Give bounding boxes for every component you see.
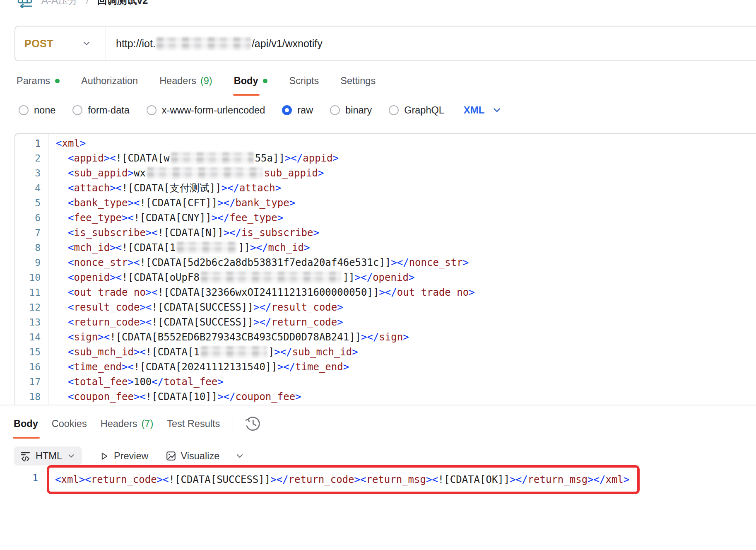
tab-count-badge: (7)	[141, 418, 153, 429]
line-number: 8	[15, 242, 41, 253]
code-token: time_end	[74, 361, 122, 373]
line-number: 9	[15, 257, 41, 268]
tab-params[interactable]: Params	[17, 75, 60, 87]
body-type-binary[interactable]: binary	[330, 105, 372, 116]
code-token: <	[68, 227, 74, 239]
code-token: ![CDATA[32366wxOI241112131600000050]]	[158, 287, 379, 298]
line-number: 10	[15, 272, 41, 283]
tab-settings[interactable]: Settings	[340, 75, 376, 87]
code-token: ></	[274, 346, 292, 358]
code-token: ><	[122, 212, 134, 224]
response-tab-cookies[interactable]: Cookies	[52, 417, 87, 430]
code-token: ></	[587, 474, 605, 485]
code-token: openid	[74, 272, 110, 283]
language-label: XML	[464, 104, 485, 116]
method-dropdown[interactable]: POST	[15, 27, 106, 60]
code-token: ![CDATA[SUCCESS]]	[152, 302, 253, 313]
body-type-x-www-form-urlencoded[interactable]: x-www-form-urlencoded	[147, 105, 265, 116]
chevron-down-icon	[67, 451, 76, 461]
radio-icon	[330, 105, 340, 115]
code-token: sub_appid	[74, 167, 128, 179]
redacted-text	[177, 242, 237, 253]
code-token: >	[403, 331, 409, 343]
code-token: attach	[74, 182, 110, 194]
preview-label: Preview	[114, 451, 149, 462]
response-format-dropdown[interactable]: HTML	[14, 446, 82, 466]
redacted-text	[147, 167, 263, 179]
body-type-graphql[interactable]: GraphQL	[389, 105, 444, 116]
code-token: ></	[253, 302, 271, 313]
code-token: ![CDATA[支付测试]]	[122, 182, 222, 194]
code-token: result_code	[74, 302, 140, 313]
body-type-form-data[interactable]: form-data	[72, 105, 130, 116]
response-tab-test-results[interactable]: Test Results	[167, 417, 220, 430]
code-token: >	[128, 376, 134, 388]
code-token: ![CDATA[1	[146, 346, 200, 358]
visualize-button[interactable]: Visualize	[166, 451, 220, 462]
history-button[interactable]	[243, 415, 261, 433]
code-token: ![CDATA[w	[116, 152, 170, 164]
code-line-text: <fee_type><![CDATA[CNY]]></fee_type>	[56, 210, 283, 225]
code-token: ></	[510, 474, 527, 485]
code-token: out_trade_no	[74, 287, 145, 298]
more-options-chevron[interactable]	[235, 451, 245, 461]
chevron-down-icon	[235, 451, 245, 461]
request-url-bar: POST http://iot. /api/v1/wxnotify	[14, 26, 756, 61]
request-body-editor[interactable]: 1<xml>2<appid><![CDATA[w55a]]></appid>3<…	[14, 133, 756, 405]
url-prefix: http://iot.	[116, 38, 156, 50]
line-number: 18	[15, 391, 41, 402]
code-token: bank_type	[74, 197, 128, 209]
tab-label: Test Results	[167, 417, 220, 430]
breadcrumb-parent[interactable]: A-A压分	[41, 0, 78, 7]
code-token: ![CDATA[5d2b6c2a8db53831f7eda20af46e531c…	[140, 257, 391, 268]
code-line-text: <is_subscribe><![CDATA[N]]></is_subscrib…	[56, 225, 319, 240]
body-type-none[interactable]: none	[19, 105, 55, 116]
code-line-text: <attach><![CDATA[支付测试]]></attach>	[56, 181, 281, 195]
code-token: ><	[157, 474, 169, 485]
code-token: >	[624, 474, 629, 485]
code-token: </	[152, 376, 164, 388]
language-dropdown[interactable]: XML	[464, 104, 502, 116]
code-token: ]]	[238, 242, 250, 253]
code-token: attach	[239, 182, 275, 194]
editor-lines: 1<xml>2<appid><![CDATA[w55a]]></appid>3<…	[15, 136, 756, 404]
url-input[interactable]: http://iot. /api/v1/wxnotify	[116, 37, 323, 50]
divider	[233, 417, 233, 430]
tab-label: Body	[14, 417, 38, 430]
tab-headers[interactable]: Headers(9)	[159, 75, 212, 87]
code-token: fee_type	[74, 212, 122, 224]
code-token: <	[55, 474, 61, 485]
response-tabs: BodyCookiesHeaders(7)Test Results	[14, 415, 261, 433]
body-type-raw[interactable]: raw	[282, 105, 313, 116]
code-token: >	[463, 257, 469, 268]
response-tab-headers[interactable]: Headers(7)	[101, 417, 154, 430]
code-token: openid	[373, 272, 409, 283]
divider	[106, 27, 106, 60]
code-token: ![CDATA[20241112131540]]	[134, 361, 277, 373]
response-tab-body[interactable]: Body	[14, 417, 38, 430]
response-code-line: <xml><return_code><![CDATA[SUCCESS]]></r…	[55, 472, 629, 487]
line-number: 5	[15, 198, 41, 208]
code-token: sign	[379, 331, 403, 343]
code-token: <	[68, 152, 74, 164]
code-token: <	[68, 212, 74, 224]
code-token: coupon_fee	[74, 391, 134, 403]
preview-button[interactable]: Preview	[99, 451, 149, 462]
play-icon	[99, 451, 109, 461]
code-token: sub_appid	[264, 167, 318, 179]
code-token: >	[80, 138, 86, 149]
code-token: >	[289, 197, 295, 209]
code-format-icon	[20, 451, 31, 462]
tab-body[interactable]: Body	[234, 75, 268, 87]
radio-icon	[282, 105, 292, 115]
line-number: 7	[15, 227, 41, 238]
response-toolbar: HTML Preview Visualize	[14, 446, 245, 466]
code-token: fee_type	[229, 212, 277, 224]
line-number: 17	[15, 376, 41, 387]
tab-scripts[interactable]: Scripts	[289, 75, 319, 87]
code-token: ></	[361, 331, 379, 343]
code-line: 6<fee_type><![CDATA[CNY]]></fee_type>	[15, 210, 756, 225]
breadcrumb: A-A压分 / 回调测试v2	[17, 0, 148, 8]
code-line: 11<out_trade_no><![CDATA[32366wxOI241112…	[15, 285, 756, 300]
tab-authorization[interactable]: Authorization	[81, 75, 138, 87]
